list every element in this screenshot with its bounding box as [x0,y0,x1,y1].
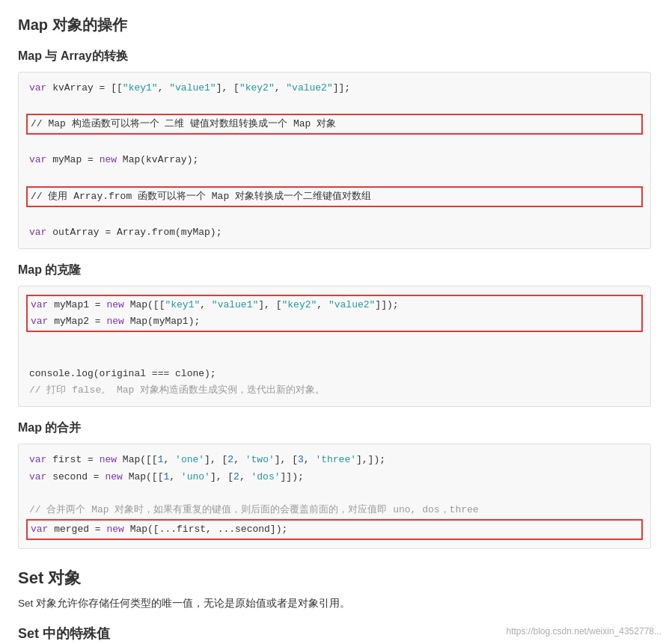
watermark: https://blog.csdn.net/weixin_4352778... [507,626,662,637]
highlight-line-3: var myMap1 = new Map([["key1", "value1"]… [26,295,643,332]
set-description: Set 对象允许你存储任何类型的唯一值，无论是原始值或者是对象引用。 [18,595,651,612]
section-map-array: Map 与 Array的转换 [18,49,651,64]
page-title: Map 对象的操作 [18,15,651,35]
section-map-clone: Map 的克隆 [18,263,651,278]
section-map-merge: Map 的合并 [18,420,651,436]
highlight-line-2: // 使用 Array.from 函数可以将一个 Map 对象转换成一个二维键值… [26,186,643,207]
code-block-map-array: var kvArray = [["key1", "value1"], ["key… [18,72,651,249]
highlight-line-1: // Map 构造函数可以将一个 二维 键值对数组转换成一个 Map 对象 [26,114,643,135]
code-block-map-clone: var myMap1 = new Map([["key1", "value1"]… [18,286,651,408]
highlight-line-4: var merged = new Map([...first, ...secon… [26,519,643,540]
code-block-map-merge: var first = new Map([[1, 'one'], [2, 'tw… [18,444,651,548]
section-set-object: Set 对象 [18,567,651,589]
